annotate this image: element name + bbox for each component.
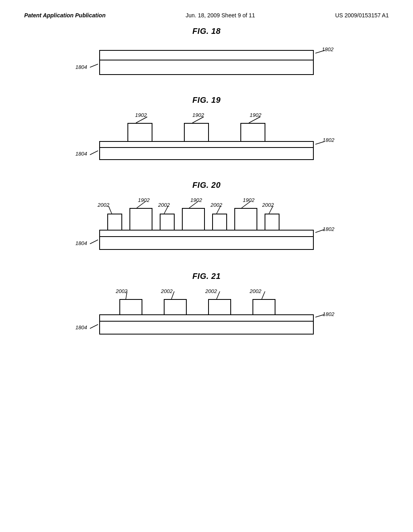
- fig20-label-2002d: 2002: [262, 202, 274, 208]
- svg-line-43: [262, 291, 265, 299]
- figures-container: FIG. 18 1802 1804: [0, 23, 413, 365]
- fig18-title: FIG. 18: [192, 27, 221, 36]
- svg-rect-39: [100, 321, 313, 334]
- svg-rect-20: [213, 214, 227, 230]
- fig21-diagram: 2002 2002 2002 2002 1802 1804: [75, 288, 338, 341]
- fig19-title: FIG. 19: [192, 96, 221, 105]
- header-publication-label: Patent Application Publication: [24, 12, 106, 19]
- svg-line-33: [90, 240, 98, 244]
- fig20-svg: [75, 197, 338, 258]
- svg-rect-6: [128, 123, 152, 141]
- header-patent-number: US 2009/0153157 A1: [335, 12, 389, 19]
- svg-rect-21: [235, 208, 257, 230]
- fig20-label-2002b: 2002: [158, 202, 170, 208]
- fig21-label-2002d: 2002: [250, 288, 261, 294]
- fig19-svg: [75, 112, 338, 166]
- fig20-title: FIG. 20: [192, 181, 221, 190]
- figure-18-section: FIG. 18 1802 1804: [24, 27, 389, 79]
- figure-19-section: FIG. 19: [24, 96, 389, 164]
- fig20-label-2002c: 2002: [211, 202, 222, 208]
- svg-line-15: [90, 151, 98, 155]
- header-date-sheet: Jun. 18, 2009 Sheet 9 of 11: [186, 12, 255, 19]
- fig20-label-1902b: 1902: [190, 197, 202, 203]
- fig21-label-1804: 1804: [75, 324, 87, 330]
- svg-rect-10: [100, 148, 313, 160]
- svg-rect-24: [100, 237, 313, 249]
- fig19-label-1902b: 1902: [192, 112, 204, 118]
- fig20-label-1804: 1804: [75, 240, 87, 246]
- fig18-diagram: 1802 1804: [75, 43, 338, 79]
- fig19-label-1902c: 1902: [250, 112, 261, 118]
- svg-line-5: [90, 64, 98, 67]
- svg-rect-16: [108, 214, 122, 230]
- fig18-svg: [75, 43, 338, 79]
- page: Patent Application Publication Jun. 18, …: [0, 0, 413, 532]
- fig20-diagram: 1902 1902 1902 2002 2002 2002 2002 1802 …: [75, 197, 338, 256]
- svg-rect-9: [100, 141, 313, 148]
- svg-rect-35: [164, 299, 186, 315]
- fig20-label-1802: 1802: [323, 226, 334, 232]
- fig19-label-1804: 1804: [75, 151, 87, 157]
- svg-line-42: [217, 291, 220, 299]
- svg-rect-8: [241, 123, 265, 141]
- fig21-label-1802: 1802: [323, 311, 334, 317]
- svg-rect-2: [100, 50, 313, 75]
- fig20-label-1902c: 1902: [243, 197, 254, 203]
- fig20-label-2002a: 2002: [98, 202, 109, 208]
- page-header: Patent Application Publication Jun. 18, …: [0, 0, 413, 23]
- svg-rect-19: [182, 208, 204, 230]
- svg-line-45: [90, 324, 98, 328]
- fig20-label-1902a: 1902: [138, 197, 150, 203]
- fig18-label-1802: 1802: [322, 46, 334, 52]
- figure-20-section: FIG. 20: [24, 181, 389, 256]
- fig21-label-2002c: 2002: [205, 288, 217, 294]
- fig19-label-1802: 1802: [323, 137, 334, 143]
- fig19-diagram: 1902 1902 1902 1802 1804: [75, 112, 338, 164]
- fig21-label-2002b: 2002: [161, 288, 173, 294]
- svg-rect-17: [130, 208, 152, 230]
- fig18-label-1804: 1804: [75, 64, 87, 70]
- svg-rect-38: [100, 315, 313, 321]
- fig19-label-1902a: 1902: [135, 112, 147, 118]
- svg-rect-22: [265, 214, 279, 230]
- svg-rect-37: [253, 299, 275, 315]
- fig21-title: FIG. 21: [192, 272, 221, 281]
- figure-21-section: FIG. 21: [24, 272, 389, 341]
- svg-rect-7: [184, 123, 209, 141]
- svg-rect-18: [160, 214, 174, 230]
- fig21-svg: [75, 288, 338, 343]
- svg-rect-34: [120, 299, 142, 315]
- svg-rect-36: [209, 299, 231, 315]
- fig21-label-2002a: 2002: [116, 288, 127, 294]
- svg-rect-23: [100, 230, 313, 237]
